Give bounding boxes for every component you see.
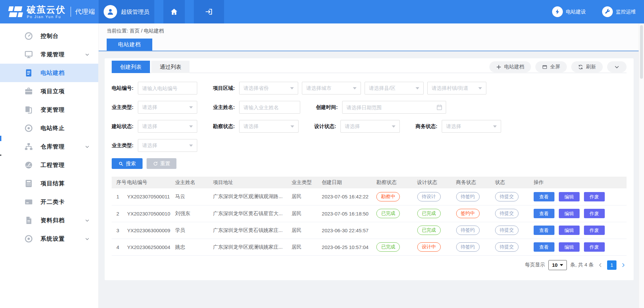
- gauge-icon: [24, 161, 33, 170]
- column-header: 项目地址: [213, 177, 291, 188]
- void-button[interactable]: 作废: [584, 226, 605, 235]
- next-page-button[interactable]: [620, 263, 627, 267]
- dashboard-icon: [24, 32, 33, 41]
- void-button[interactable]: 作废: [584, 209, 605, 218]
- void-button[interactable]: 作废: [584, 192, 605, 201]
- user-menu[interactable]: 超级管理员: [99, 0, 154, 23]
- cell-created: 2023-06-30 22:45:57: [322, 222, 376, 239]
- sidebar-item-settings[interactable]: 系统设置: [0, 230, 98, 248]
- date-range-input[interactable]: [342, 101, 446, 114]
- business-status-select[interactable]: 请选择: [442, 120, 501, 133]
- gear-icon: [24, 234, 33, 243]
- fullscreen-button[interactable]: 全屏: [535, 61, 567, 72]
- cell-actions: 查看编辑作废: [534, 188, 627, 205]
- cell-owner: 学员: [175, 222, 213, 239]
- select-arrow-icon: [392, 125, 395, 128]
- status-badge: 已完成: [417, 226, 441, 235]
- edit-button[interactable]: 编辑: [559, 226, 580, 235]
- status-badge: 待签约: [456, 242, 480, 252]
- prev-page-button[interactable]: [597, 263, 604, 267]
- sidebar-item-archive[interactable]: 电站建档: [0, 64, 98, 82]
- cell-created: 2023-07-05 16:42:22: [322, 188, 376, 205]
- logout-button[interactable]: [194, 0, 224, 23]
- edit-button[interactable]: 编辑: [559, 209, 580, 218]
- owner-type2-select[interactable]: 请选择: [138, 139, 197, 152]
- sidebar-item-settlement[interactable]: 项目结算: [0, 174, 98, 193]
- cell-business-status: 待签约: [456, 188, 495, 205]
- edit-button[interactable]: 编辑: [559, 242, 580, 252]
- fullscreen-icon: [542, 64, 547, 70]
- scrollbar[interactable]: [639, 23, 644, 308]
- table-body: 1YX2023070500011马云广东深圳龙华区观澜镇观湖路...居民2023…: [112, 188, 627, 255]
- view-button[interactable]: 查看: [534, 226, 554, 235]
- tab-create-list[interactable]: 创建列表: [112, 61, 150, 73]
- nav-monitor-ops[interactable]: 监控运维: [602, 0, 636, 23]
- cell-design-status: 待设计: [417, 188, 456, 205]
- owner-type-select[interactable]: 请选择: [138, 101, 197, 114]
- build-status-select[interactable]: 请选择: [138, 120, 197, 133]
- province-select[interactable]: 请选择省份: [239, 82, 298, 95]
- status-badge: 待签约: [456, 226, 480, 235]
- column-header: 业主类型: [291, 177, 322, 188]
- filter-form: 电站编号: 项目区域: 请选择省份 请选择城市: [112, 73, 627, 152]
- station-no-input[interactable]: [138, 82, 197, 95]
- column-header: 状态: [495, 177, 534, 188]
- brand-subtitle: Po Jian Yun Fu: [27, 15, 66, 19]
- void-button[interactable]: 作废: [584, 242, 605, 252]
- chevron-down-icon: [85, 237, 90, 241]
- tab-passed-list[interactable]: 通过列表: [151, 61, 190, 73]
- main-content: 当前位置: 首页 / 电站建档 电站建档 创建列表 通过列表 电站建档全屏刷新 …: [99, 23, 644, 308]
- owner-type-label: 业主类型:: [112, 104, 138, 111]
- sidebar-item-console[interactable]: 控制台: [0, 27, 98, 45]
- edit-button[interactable]: 编辑: [559, 192, 580, 201]
- cell-design-status: 已完成: [417, 222, 456, 239]
- sidebar-item-label: 电站建档: [41, 69, 65, 77]
- status-badge: 待设计: [417, 192, 441, 201]
- sidebar: 控制台常规管理电站建档项目立项变更管理电站终止仓库管理工程管理项目结算开二类卡资…: [0, 23, 99, 308]
- sidebar-item-change[interactable]: 变更管理: [0, 101, 98, 119]
- sidebar-item-general[interactable]: 常规管理: [0, 45, 98, 64]
- cell-station-no: YX2023070500011: [127, 188, 175, 205]
- cell-owner-type: 居民: [291, 188, 322, 205]
- cell-created: 2023-07-05 16:18:50: [322, 205, 376, 222]
- nav-monitor-ops-label: 监控运维: [616, 9, 636, 15]
- county-select[interactable]: 请选择县/区: [365, 82, 424, 95]
- view-button[interactable]: 查看: [534, 209, 554, 218]
- page-tab-strip: 电站建档: [99, 39, 644, 51]
- sidebar-item-engineering[interactable]: 工程管理: [0, 156, 98, 174]
- sidebar-item-datafile[interactable]: 资料归档: [0, 211, 98, 230]
- view-button[interactable]: 查看: [534, 192, 554, 201]
- search-button[interactable]: 搜索: [112, 158, 143, 169]
- sidebar-item-terminate[interactable]: 电站终止: [0, 119, 98, 137]
- status-badge: 待提交: [495, 209, 519, 218]
- view-button[interactable]: 查看: [534, 242, 554, 252]
- sidebar-item-card2[interactable]: 开二类卡: [0, 193, 98, 211]
- home-button[interactable]: [163, 0, 185, 23]
- survey-status-select[interactable]: 请选择: [239, 120, 299, 133]
- design-status-select[interactable]: 请选择: [340, 120, 400, 133]
- column-header: 操作: [534, 177, 627, 188]
- owner-name-input[interactable]: [239, 101, 300, 114]
- scrollbar-thumb[interactable]: [640, 25, 643, 79]
- current-page[interactable]: 1: [607, 260, 616, 270]
- total-count-label: 条, 共 4 条: [570, 262, 594, 268]
- cell-actions: 查看编辑作废: [534, 205, 627, 222]
- cell-business-status: 签约中: [456, 205, 495, 222]
- per-page-select[interactable]: 10: [548, 260, 567, 270]
- cell-station-no: YX2023062500004: [127, 239, 175, 255]
- city-select[interactable]: 请选择城市: [302, 82, 361, 95]
- table-row: 3YX2023063000009学员广东深圳龙华区黄石镇姚家庄...居民2023…: [112, 222, 627, 239]
- refresh-icon: [578, 64, 583, 70]
- create-time-label: 创建时间:: [316, 104, 342, 111]
- collapse-button[interactable]: [607, 61, 627, 72]
- town-select[interactable]: 请选择村镇/街道: [427, 82, 486, 95]
- sidebar-item-warehouse[interactable]: 仓库管理: [0, 137, 98, 156]
- reset-button[interactable]: 重置: [147, 158, 176, 169]
- bolt-icon: [552, 6, 563, 17]
- page-tab-station-archive[interactable]: 电站建档: [107, 39, 152, 51]
- sidebar-item-project[interactable]: 项目立项: [0, 82, 98, 101]
- add-station-button[interactable]: 电站建档: [489, 61, 531, 72]
- chevron-down-icon: [85, 52, 90, 57]
- refresh-button[interactable]: 刷新: [571, 61, 603, 72]
- nav-station-build[interactable]: 电站建设: [552, 0, 586, 23]
